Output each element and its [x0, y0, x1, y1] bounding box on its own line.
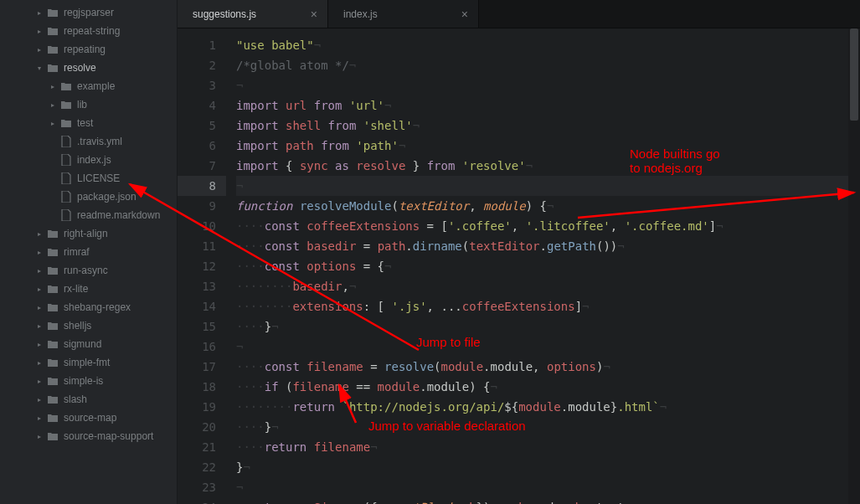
line-number[interactable]: 18 — [178, 377, 216, 397]
code-line[interactable]: ····const filename = resolve(module.modu… — [236, 357, 860, 377]
code-line[interactable]: ········basedir,¬ — [236, 276, 860, 296]
tree-file[interactable]: index.js — [0, 151, 177, 169]
disclosure-triangle-icon[interactable]: ▸ — [33, 359, 45, 367]
line-number[interactable]: 12 — [178, 256, 216, 276]
disclosure-triangle-icon[interactable]: ▸ — [33, 414, 45, 422]
disclosure-triangle-icon[interactable]: ▸ — [47, 120, 59, 127]
tree-folder[interactable]: ▸rimraf — [0, 243, 177, 261]
code-line[interactable]: ····const basedir = path.dirname(textEdi… — [236, 236, 860, 256]
code-line[interactable]: ¬ — [236, 75, 860, 95]
disclosure-triangle-icon[interactable]: ▸ — [33, 341, 45, 348]
line-number[interactable]: 3 — [178, 75, 216, 95]
code-line[interactable]: import url from 'url'¬ — [236, 95, 860, 116]
line-number[interactable]: 5 — [178, 116, 216, 136]
line-number[interactable]: 23 — [178, 477, 216, 497]
line-number[interactable]: 9 — [178, 196, 216, 216]
code-line[interactable]: function resolveModule(textEditor, modul… — [236, 196, 860, 216]
disclosure-triangle-icon[interactable]: ▸ — [47, 83, 59, 90]
tree-folder[interactable]: ▸test — [0, 114, 177, 132]
project-tree[interactable]: ▸regjsparser▸repeat-string▸repeating▾res… — [0, 0, 178, 504]
line-number[interactable]: 6 — [178, 136, 216, 156]
disclosure-triangle-icon[interactable]: ▸ — [47, 101, 59, 109]
disclosure-triangle-icon[interactable]: ▸ — [33, 9, 45, 17]
tree-folder[interactable]: ▸repeat-string — [0, 22, 177, 40]
line-number[interactable]: 19 — [178, 397, 216, 417]
tree-folder[interactable]: ▸sigmund — [0, 335, 177, 353]
disclosure-triangle-icon[interactable]: ▾ — [33, 64, 45, 72]
tree-file[interactable]: package.json — [0, 188, 177, 206]
tree-folder[interactable]: ▸rx-lite — [0, 280, 177, 298]
code-line[interactable]: ¬ — [236, 176, 860, 196]
disclosure-triangle-icon[interactable]: ▸ — [33, 378, 45, 385]
disclosure-triangle-icon[interactable]: ▸ — [33, 249, 45, 256]
vertical-scrollbar[interactable] — [848, 28, 860, 504]
tree-folder[interactable]: ▸shebang-regex — [0, 298, 177, 316]
tree-folder[interactable]: ▾resolve — [0, 59, 177, 77]
scrollbar-thumb[interactable] — [850, 28, 858, 121]
code-line[interactable]: ····if (filename == module.module) {¬ — [236, 377, 860, 397]
code-line[interactable]: ····const options = {¬ — [236, 256, 860, 276]
line-number[interactable]: 10 — [178, 216, 216, 236]
line-number[interactable]: 16 — [178, 337, 216, 357]
line-number[interactable]: 4 — [178, 95, 216, 116]
line-number[interactable]: 14 — [178, 296, 216, 316]
line-number[interactable]: 7 — [178, 156, 216, 176]
editor-tab[interactable]: suggestions.js× — [178, 0, 328, 28]
code-line[interactable]: ····return filename¬ — [236, 437, 860, 457]
tree-folder[interactable]: ▸simple-fmt — [0, 353, 177, 372]
tree-file[interactable]: LICENSE — [0, 169, 177, 188]
disclosure-triangle-icon[interactable]: ▸ — [33, 267, 45, 275]
editor-tab[interactable]: index.js× — [328, 0, 479, 28]
code-line[interactable]: ····const coffeeExtensions = ['.coffee',… — [236, 216, 860, 236]
line-number[interactable]: 11 — [178, 236, 216, 256]
disclosure-triangle-icon[interactable]: ▸ — [33, 285, 45, 293]
line-number[interactable]: 22 — [178, 457, 216, 477]
tree-folder[interactable]: ▸lib — [0, 95, 177, 114]
line-number[interactable]: 8 — [178, 176, 226, 196]
disclosure-triangle-icon[interactable]: ▸ — [33, 304, 45, 311]
line-number[interactable]: 13 — [178, 276, 216, 296]
tree-folder[interactable]: ▸run-async — [0, 261, 177, 280]
line-number[interactable]: 24 — [178, 497, 216, 504]
code-line[interactable]: }¬ — [236, 457, 860, 477]
line-number[interactable]: 2 — [178, 55, 216, 75]
tree-folder[interactable]: ▸right-align — [0, 224, 177, 243]
code-line[interactable]: import shell from 'shell'¬ — [236, 116, 860, 136]
disclosure-triangle-icon[interactable]: ▸ — [33, 28, 45, 35]
code-line[interactable]: const scopeSize = ({parentBlock: b}) => … — [236, 497, 860, 504]
tree-folder[interactable]: ▸example — [0, 77, 177, 95]
tree-folder[interactable]: ▸source-map — [0, 409, 177, 427]
disclosure-triangle-icon[interactable]: ▸ — [33, 230, 45, 238]
line-number[interactable]: 15 — [178, 316, 216, 337]
disclosure-triangle-icon[interactable]: ▸ — [33, 396, 45, 404]
code-line[interactable]: ····}¬ — [236, 417, 860, 437]
disclosure-triangle-icon[interactable]: ▸ — [33, 433, 45, 440]
code-line[interactable]: import path from 'path'¬ — [236, 136, 860, 156]
close-icon[interactable]: × — [311, 8, 317, 21]
line-number[interactable]: 17 — [178, 357, 216, 377]
code-line[interactable]: /*global atom */¬ — [236, 55, 860, 75]
code-line[interactable]: import { sync as resolve } from 'resolve… — [236, 156, 860, 176]
tree-folder[interactable]: ▸slash — [0, 390, 177, 409]
tree-folder[interactable]: ▸simple-is — [0, 372, 177, 390]
tree-folder[interactable]: ▸regjsparser — [0, 3, 177, 22]
tree-folder[interactable]: ▸shelljs — [0, 316, 177, 335]
code-line[interactable]: ········extensions: [ '.js', ...coffeeEx… — [236, 296, 860, 316]
code-line[interactable]: ····}¬ — [236, 316, 860, 337]
tree-folder[interactable]: ▸source-map-support — [0, 427, 177, 445]
tree-file[interactable]: .travis.yml — [0, 132, 177, 151]
tree-file[interactable]: readme.markdown — [0, 206, 177, 224]
close-icon[interactable]: × — [461, 8, 468, 21]
line-number[interactable]: 20 — [178, 417, 216, 437]
code-area[interactable]: 123456789101112131415161718192021222324 … — [178, 28, 860, 504]
disclosure-triangle-icon[interactable]: ▸ — [33, 322, 45, 330]
code-line[interactable]: ········return `http://nodejs.org/api/${… — [236, 397, 860, 417]
disclosure-triangle-icon[interactable]: ▸ — [33, 46, 45, 54]
tree-folder[interactable]: ▸repeating — [0, 40, 177, 59]
line-number[interactable]: 1 — [178, 35, 216, 55]
code[interactable]: "use babel"¬/*global atom */¬¬import url… — [226, 28, 860, 504]
code-line[interactable]: "use babel"¬ — [236, 35, 860, 55]
line-number[interactable]: 21 — [178, 437, 216, 457]
code-line[interactable]: ¬ — [236, 337, 860, 357]
code-line[interactable]: ¬ — [236, 477, 860, 497]
